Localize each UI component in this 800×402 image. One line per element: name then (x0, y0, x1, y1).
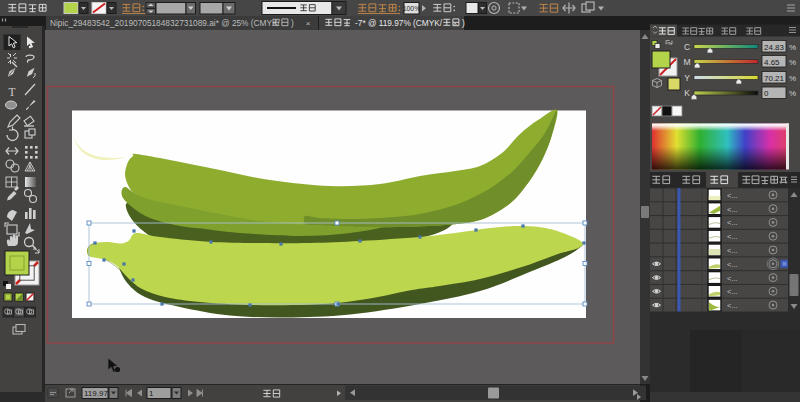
svg-text:<...: <... (727, 246, 738, 255)
svg-text:<...: <... (727, 287, 738, 296)
svg-text:T: T (8, 86, 15, 98)
svg-text:%: % (789, 58, 796, 67)
svg-text:<...: <... (727, 260, 738, 269)
svg-text:C: C (684, 42, 690, 52)
svg-text:<...: <... (727, 274, 738, 283)
svg-text:M: M (683, 57, 690, 67)
svg-text:<...: <... (727, 205, 738, 214)
svg-text:%: % (789, 89, 796, 98)
svg-text:K: K (684, 88, 690, 98)
svg-text:<...: <... (727, 218, 738, 227)
svg-text:119.97: 119.97 (84, 389, 108, 398)
svg-text:24.83: 24.83 (764, 43, 785, 52)
svg-text:-7* @ 119.97% (CMYK/: -7* @ 119.97% (CMYK/ (355, 18, 443, 28)
svg-text:70.21: 70.21 (764, 74, 785, 83)
svg-text:%: % (789, 74, 796, 83)
svg-text:100%: 100% (403, 5, 420, 12)
svg-text:<...: <... (727, 301, 738, 310)
svg-text:Y: Y (684, 73, 690, 83)
svg-text:<...: <... (727, 232, 738, 241)
svg-text:4.65: 4.65 (764, 58, 780, 67)
svg-text:×: × (306, 19, 311, 28)
svg-text:): ) (462, 18, 465, 28)
svg-text:): ) (291, 18, 294, 28)
svg-text:×: × (453, 19, 458, 28)
svg-text:Nipic_29483542_201907051848327: Nipic_29483542_20190705184832731089.ai* … (50, 18, 281, 28)
svg-text:0: 0 (764, 89, 769, 98)
svg-text:%: % (789, 43, 796, 52)
svg-text:1: 1 (149, 389, 154, 398)
svg-text:<...: <... (727, 191, 738, 200)
